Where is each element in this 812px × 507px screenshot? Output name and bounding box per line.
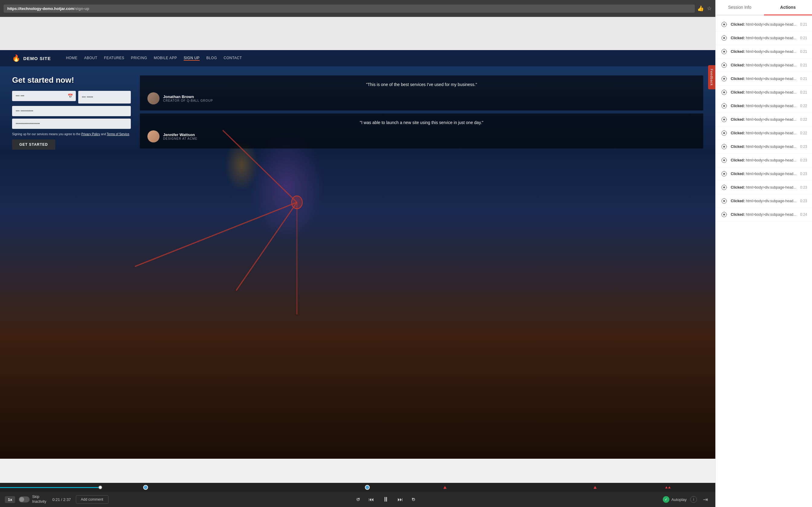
action-description: Clicked: html>body>div.subpage-head...	[731, 77, 797, 81]
name-row: 📅	[12, 91, 131, 104]
skip-toggle-switch[interactable]	[19, 496, 30, 502]
action-description: Clicked: html>body>div.subpage-head...	[731, 104, 797, 108]
thumbs-up-icon[interactable]: 👍	[697, 5, 704, 12]
action-item[interactable]: Clicked: html>body>div.subpage-head... 0…	[716, 59, 812, 72]
terms-of-service-link[interactable]: Terms of Service	[107, 132, 129, 136]
testimonial-role-2: DESIGNER AT ACME	[163, 137, 197, 140]
action-item[interactable]: Clicked: html>body>div.subpage-head... 0…	[716, 167, 812, 181]
first-name-input[interactable]	[12, 91, 65, 101]
autoplay-indicator: ✓	[663, 496, 669, 503]
pause-button[interactable]: ⏸	[380, 494, 392, 505]
timeline-marker-1	[143, 485, 148, 490]
action-item[interactable]: Clicked: html>body>div.subpage-head... 0…	[716, 208, 812, 222]
svg-point-54	[723, 186, 725, 188]
action-time: 0:21	[800, 77, 807, 81]
action-description: Clicked: html>body>div.subpage-head...	[731, 213, 797, 217]
action-click-icon	[720, 143, 728, 150]
action-description: Clicked: html>body>div.subpage-head...	[731, 63, 797, 67]
action-time: 0:23	[800, 199, 807, 203]
testimonial-quote-1: "This is one of the best services I've u…	[147, 81, 696, 88]
action-time: 0:23	[800, 172, 807, 176]
action-item[interactable]: Clicked: html>body>div.subpage-head... 0…	[716, 99, 812, 113]
url-bar[interactable]: https://technology-demo.hotjar.com/sign-…	[4, 5, 695, 13]
action-description: Clicked: html>body>div.subpage-head...	[731, 199, 797, 203]
action-item[interactable]: Clicked: html>body>div.subpage-head... 0…	[716, 113, 812, 126]
session-info-tab[interactable]: Session Info	[716, 0, 764, 15]
previous-session-button[interactable]: ⏮	[366, 495, 376, 504]
timeline-track[interactable]	[0, 483, 715, 492]
password-input[interactable]	[12, 119, 131, 129]
get-started-button[interactable]: GET STARTED	[12, 139, 55, 150]
svg-point-50	[723, 173, 725, 175]
action-click-icon	[720, 75, 728, 82]
svg-point-6	[723, 23, 725, 25]
autoplay-button[interactable]: ✓ Autoplay	[663, 496, 687, 503]
actions-tab[interactable]: Actions	[764, 0, 812, 15]
action-click-icon	[720, 116, 728, 123]
svg-point-26	[723, 92, 725, 93]
nav-links: HOME ABOUT FEATURES PRICING MOBILE APP S…	[66, 56, 242, 61]
timeline-marker-error-1	[444, 486, 447, 489]
testimonial-info-2: Jennifer Wattson DESIGNER AT ACME	[163, 132, 197, 140]
skip-back-10-button[interactable]: ↺ 10	[354, 496, 362, 504]
nav-link-about[interactable]: ABOUT	[84, 56, 98, 61]
nav-link-mobile-app[interactable]: MOBILE APP	[154, 56, 177, 61]
actions-panel: Session Info Actions Clicked: html>body>…	[715, 0, 812, 507]
privacy-policy-link[interactable]: Privacy Policy	[81, 132, 100, 136]
feedback-tab[interactable]: Feedback	[708, 65, 715, 89]
actions-list: Clicked: html>body>div.subpage-head... 0…	[716, 15, 812, 507]
action-item[interactable]: Clicked: html>body>div.subpage-head... 0…	[716, 181, 812, 194]
action-time: 0:21	[800, 63, 807, 67]
timeline-marker-error-3	[665, 487, 671, 489]
action-item[interactable]: Clicked: html>body>div.subpage-head... 0…	[716, 140, 812, 154]
pause-icon: ⏸	[383, 496, 389, 503]
last-name-input[interactable]	[78, 91, 131, 104]
action-description: Clicked: html>body>div.subpage-head...	[731, 158, 797, 162]
exit-button[interactable]: ⇥	[701, 495, 711, 504]
action-item[interactable]: Clicked: html>body>div.subpage-head... 0…	[716, 32, 812, 45]
skip-forward-10-button[interactable]: ↻ 10	[409, 496, 418, 504]
action-description: Clicked: html>body>div.subpage-head...	[731, 117, 797, 122]
timeline-markers	[0, 483, 715, 492]
hero-body: Get started now! 📅	[0, 66, 715, 459]
signup-title: Get started now!	[12, 75, 131, 85]
testimonial-card-1: "This is one of the best services I've u…	[140, 75, 703, 110]
nav-link-signup[interactable]: SIGN UP	[184, 56, 200, 61]
info-button[interactable]: i	[690, 496, 697, 503]
toggle-knob	[19, 497, 24, 502]
action-description: Clicked: html>body>div.subpage-head...	[731, 90, 797, 95]
nav-link-contact[interactable]: CONTACT	[223, 56, 242, 61]
nav-link-blog[interactable]: BLOG	[206, 56, 217, 61]
action-item[interactable]: Clicked: html>body>div.subpage-head... 0…	[716, 45, 812, 59]
star-icon[interactable]: ☆	[707, 5, 712, 12]
nav-link-pricing[interactable]: PRICING	[131, 56, 147, 61]
speed-button[interactable]: 1x	[5, 496, 15, 503]
error-marker-2	[594, 486, 597, 489]
nav-link-home[interactable]: HOME	[66, 56, 78, 61]
action-time: 0:23	[800, 158, 807, 162]
action-item[interactable]: Clicked: html>body>div.subpage-head... 0…	[716, 72, 812, 86]
action-item[interactable]: Clicked: html>body>div.subpage-head... 0…	[716, 86, 812, 99]
action-time: 0:21	[800, 22, 807, 26]
testimonial-info-1: Jonathan Brown CREATOR OF Q-BALL GROUP	[163, 95, 213, 102]
site-top-gray	[0, 17, 715, 50]
action-item[interactable]: Clicked: html>body>div.subpage-head... 0…	[716, 126, 812, 140]
action-item[interactable]: Clicked: html>body>div.subpage-head... 0…	[716, 18, 812, 32]
action-item[interactable]: Clicked: html>body>div.subpage-head... 0…	[716, 194, 812, 208]
testimonial-role-1: CREATOR OF Q-BALL GROUP	[163, 99, 213, 102]
action-time: 0:21	[800, 90, 807, 95]
add-comment-button[interactable]: Add comment	[76, 495, 108, 504]
controls-bar: 1x SkipInactivity 0:21 / 2:37 Add commen…	[0, 492, 715, 507]
action-item[interactable]: Clicked: html>body>div.subpage-head... 0…	[716, 154, 812, 167]
testimonials-section: "This is one of the best services I've u…	[140, 75, 703, 450]
action-click-icon	[720, 157, 728, 164]
testimonial-name-2: Jennifer Wattson	[163, 132, 197, 137]
info-icon: i	[693, 497, 694, 502]
next-session-button[interactable]: ⏭	[395, 495, 405, 504]
logo-text: DEMO SITE	[23, 56, 51, 61]
timeline-marker-2	[365, 485, 370, 490]
terms-text: Signing up for our services means you ag…	[12, 132, 131, 136]
nav-link-features[interactable]: FEATURES	[104, 56, 124, 61]
autoplay-label: Autoplay	[671, 497, 687, 502]
email-input[interactable]	[12, 106, 131, 116]
